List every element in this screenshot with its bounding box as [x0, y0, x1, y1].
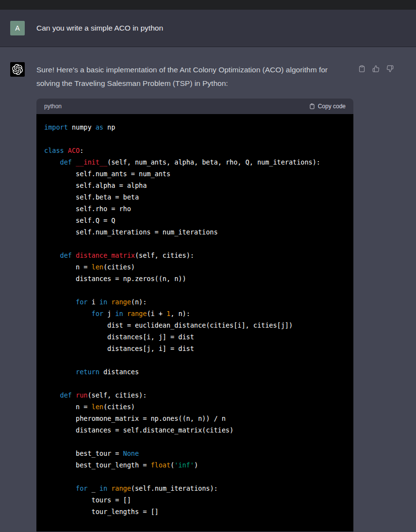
code-line: dist = euclidean_distance(cities[i], cit… — [44, 319, 346, 331]
copy-code-icon — [309, 103, 315, 109]
code-line — [44, 436, 346, 448]
code-line: def __init__(self, num_ants, alpha, beta… — [44, 156, 346, 168]
code-line: class ACO: — [44, 145, 346, 156]
thumbs-down-button[interactable] — [386, 65, 394, 72]
code-line: distances[i, j] = dist — [44, 331, 346, 343]
assistant-message-row: Sure! Here's a basic implementation of t… — [0, 47, 416, 532]
user-message-text: Can you write a simple ACO in python — [36, 21, 163, 35]
code-line: def run(self, cities): — [44, 389, 346, 401]
thumbs-down-icon — [386, 65, 394, 72]
code-line — [44, 378, 346, 389]
page: A Can you write a simple ACO in python S… — [0, 0, 416, 532]
code-line: distances = np.zeros((n, n)) — [44, 273, 346, 284]
code-line: for _ in range(self.num_iterations): — [44, 482, 346, 494]
chatgpt-avatar — [10, 62, 25, 77]
code-language-label: python — [44, 103, 62, 110]
code-line: tours = [] — [44, 494, 346, 506]
code-line — [44, 284, 346, 296]
top-bar — [0, 0, 416, 10]
code-line: self.alpha = alpha — [44, 180, 346, 191]
assistant-message-content: Sure! Here's a basic implementation of t… — [36, 62, 353, 532]
openai-logo-icon — [12, 64, 23, 75]
code-line: best_tour_length = float('inf') — [44, 459, 346, 471]
code-line: n = len(cities) — [44, 261, 346, 273]
code-line — [44, 354, 346, 366]
thumbs-up-icon — [372, 65, 380, 72]
code-line: for j in range(i + 1, n): — [44, 308, 346, 319]
code-content: import numpy as np class ACO: def __init… — [36, 114, 353, 532]
response-action-icons — [358, 65, 394, 72]
copy-code-label: Copy code — [318, 103, 346, 109]
code-line: distances = self.distance_matrix(cities) — [44, 424, 346, 436]
user-message-row: A Can you write a simple ACO in python — [0, 10, 416, 47]
user-avatar: A — [10, 21, 25, 35]
clipboard-icon — [358, 65, 366, 72]
copy-code-button[interactable]: Copy code — [309, 103, 346, 109]
copy-response-button[interactable] — [358, 65, 366, 72]
code-line: import numpy as np — [44, 121, 346, 133]
code-line: self.beta = beta — [44, 191, 346, 203]
code-line: n = len(cities) — [44, 401, 346, 413]
code-line — [44, 471, 346, 482]
code-line — [44, 238, 346, 249]
code-line: tour_lengths = [] — [44, 506, 346, 517]
code-line: self.num_ants = num_ants — [44, 168, 346, 180]
code-line: self.rho = rho — [44, 203, 346, 215]
code-line: distances[j, i] = dist — [44, 343, 346, 354]
code-lines: import numpy as np class ACO: def __init… — [44, 121, 346, 517]
code-block: python Copy code import numpy as np clas… — [36, 99, 353, 532]
user-avatar-letter: A — [15, 24, 19, 32]
code-line: return distances — [44, 366, 346, 378]
assistant-intro-text: Sure! Here's a basic implementation of t… — [36, 63, 352, 90]
code-line: self.Q = Q — [44, 215, 346, 226]
code-line: def distance_matrix(self, cities): — [44, 249, 346, 261]
code-line: self.num_iterations = num_iterations — [44, 226, 346, 238]
code-line — [44, 133, 346, 145]
code-line: pheromone_matrix = np.ones((n, n)) / n — [44, 413, 346, 424]
code-block-header: python Copy code — [36, 99, 353, 114]
code-line: best_tour = None — [44, 448, 346, 459]
thumbs-up-button[interactable] — [372, 65, 380, 72]
code-line: for i in range(n): — [44, 296, 346, 308]
